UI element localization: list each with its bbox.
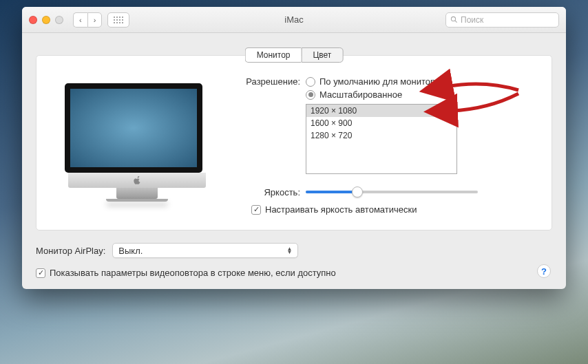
list-item[interactable]: 1920 × 1080 bbox=[306, 105, 456, 117]
display-preview bbox=[54, 76, 220, 215]
resolution-listbox[interactable]: 1920 × 1080 1600 × 900 1280 × 720 bbox=[306, 104, 457, 174]
back-button[interactable]: ‹ bbox=[73, 12, 87, 28]
content-area: Монитор Цвет Разрешение: bbox=[22, 33, 566, 289]
apple-logo-icon bbox=[134, 176, 140, 184]
tab-color[interactable]: Цвет bbox=[301, 47, 343, 63]
navigation-buttons: ‹ › bbox=[73, 12, 102, 28]
svg-line-1 bbox=[455, 21, 457, 23]
help-button[interactable]: ? bbox=[537, 264, 551, 278]
radio-default-label: По умолчанию для монитора bbox=[319, 76, 440, 87]
window-title: iMac bbox=[284, 14, 303, 25]
brightness-label: Яркость: bbox=[233, 187, 306, 197]
resolution-label: Разрешение: bbox=[233, 76, 306, 174]
auto-brightness-checkbox[interactable]: ✓ bbox=[251, 205, 261, 215]
search-placeholder: Поиск bbox=[461, 15, 483, 25]
airplay-value: Выкл. bbox=[118, 246, 143, 256]
airplay-select[interactable]: Выкл. ▲▼ bbox=[112, 243, 298, 258]
radio-default-resolution[interactable] bbox=[306, 77, 315, 87]
chevron-updown-icon: ▲▼ bbox=[286, 247, 292, 254]
forward-button[interactable]: › bbox=[87, 12, 103, 28]
minimize-button[interactable] bbox=[42, 16, 50, 24]
chevron-right-icon: › bbox=[94, 16, 96, 24]
tab-bar: Монитор Цвет bbox=[245, 47, 344, 63]
close-button[interactable] bbox=[29, 16, 37, 24]
radio-scaled-label: Масштабированное bbox=[319, 89, 402, 100]
grid-icon bbox=[114, 17, 123, 23]
window-controls bbox=[29, 16, 63, 24]
airplay-label: Монитор AirPlay: bbox=[36, 246, 105, 256]
show-mirror-checkbox[interactable]: ✓ bbox=[36, 268, 45, 278]
radio-scaled-resolution[interactable] bbox=[306, 90, 315, 100]
tab-monitor[interactable]: Монитор bbox=[245, 47, 302, 63]
chevron-left-icon: ‹ bbox=[79, 16, 82, 24]
auto-brightness-label: Настраивать яркость автоматически bbox=[265, 204, 417, 215]
show-mirror-label: Показывать параметры видеоповтора в стро… bbox=[50, 268, 336, 278]
list-item[interactable]: 1280 × 720 bbox=[306, 129, 456, 142]
slider-thumb[interactable] bbox=[352, 186, 363, 197]
bottom-section: Монитор AirPlay: Выкл. ▲▼ ✓ Показывать п… bbox=[36, 243, 552, 278]
brightness-slider[interactable] bbox=[306, 185, 478, 199]
search-icon bbox=[450, 16, 458, 23]
settings-column: Разрешение: По умолчанию для монитора Ма… bbox=[233, 76, 534, 215]
list-item[interactable]: 1600 × 900 bbox=[306, 117, 456, 129]
settings-panel: Монитор Цвет Разрешение: bbox=[36, 55, 552, 231]
search-input[interactable]: Поиск bbox=[445, 12, 559, 28]
titlebar: ‹ › iMac Поиск bbox=[22, 7, 566, 33]
show-all-button[interactable] bbox=[107, 12, 129, 28]
help-icon: ? bbox=[541, 266, 547, 277]
zoom-button[interactable] bbox=[55, 16, 63, 24]
preferences-window: ‹ › iMac Поиск Монитор Цвет bbox=[22, 7, 566, 289]
svg-point-0 bbox=[451, 17, 455, 21]
